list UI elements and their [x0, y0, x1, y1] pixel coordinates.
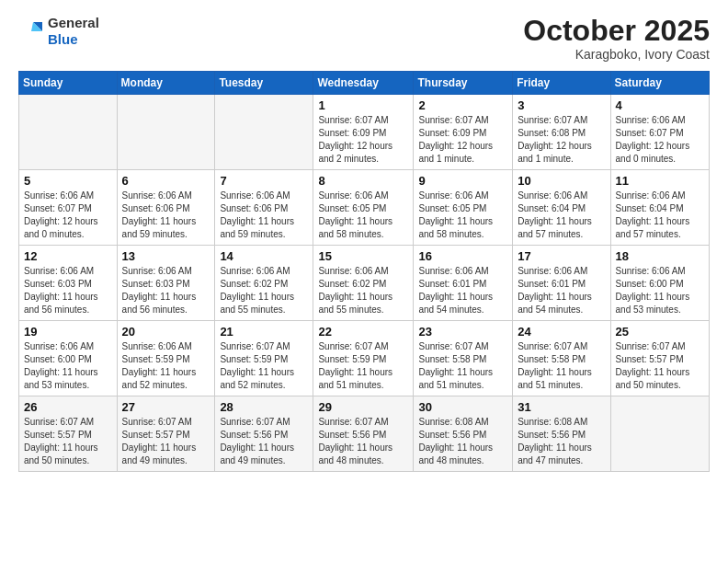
day-number: 7 [220, 174, 308, 188]
day-number: 12 [24, 249, 112, 263]
calendar-cell: 21Sunrise: 6:07 AM Sunset: 5:59 PM Dayli… [215, 321, 313, 396]
calendar-cell: 5Sunrise: 6:06 AM Sunset: 6:07 PM Daylig… [19, 170, 118, 246]
weekday-header-tuesday: Tuesday [215, 72, 313, 95]
day-number: 28 [220, 400, 308, 414]
weekday-header-friday: Friday [513, 72, 610, 95]
calendar-cell: 30Sunrise: 6:08 AM Sunset: 5:56 PM Dayli… [414, 396, 513, 472]
day-info: Sunrise: 6:07 AM Sunset: 5:57 PM Dayligh… [616, 340, 704, 392]
day-number: 11 [616, 174, 704, 188]
calendar-cell: 31Sunrise: 6:08 AM Sunset: 5:56 PM Dayli… [513, 396, 610, 472]
day-info: Sunrise: 6:07 AM Sunset: 5:58 PM Dayligh… [518, 340, 605, 392]
calendar-cell: 12Sunrise: 6:06 AM Sunset: 6:03 PM Dayli… [19, 246, 118, 321]
logo-icon [18, 18, 44, 44]
calendar-cell: 27Sunrise: 6:07 AM Sunset: 5:57 PM Dayli… [117, 396, 215, 472]
calendar-cell: 1Sunrise: 6:07 AM Sunset: 6:09 PM Daylig… [313, 95, 414, 170]
weekday-header-row: SundayMondayTuesdayWednesdayThursdayFrid… [19, 72, 710, 95]
calendar-cell: 6Sunrise: 6:06 AM Sunset: 6:06 PM Daylig… [117, 170, 215, 246]
calendar-cell: 14Sunrise: 6:06 AM Sunset: 6:02 PM Dayli… [215, 246, 313, 321]
week-row-5: 26Sunrise: 6:07 AM Sunset: 5:57 PM Dayli… [19, 396, 710, 472]
day-number: 5 [24, 174, 112, 188]
day-info: Sunrise: 6:07 AM Sunset: 5:59 PM Dayligh… [220, 340, 308, 392]
day-number: 17 [518, 249, 605, 263]
calendar-cell: 17Sunrise: 6:06 AM Sunset: 6:01 PM Dayli… [513, 246, 610, 321]
day-number: 8 [318, 174, 408, 188]
day-info: Sunrise: 6:08 AM Sunset: 5:56 PM Dayligh… [418, 416, 507, 467]
day-number: 13 [122, 249, 210, 263]
calendar-cell: 8Sunrise: 6:06 AM Sunset: 6:05 PM Daylig… [313, 170, 414, 246]
day-info: Sunrise: 6:06 AM Sunset: 6:01 PM Dayligh… [418, 265, 507, 316]
day-number: 18 [616, 249, 704, 263]
week-row-1: 1Sunrise: 6:07 AM Sunset: 6:09 PM Daylig… [19, 95, 710, 170]
day-info: Sunrise: 6:07 AM Sunset: 5:56 PM Dayligh… [220, 416, 308, 467]
calendar-cell: 7Sunrise: 6:06 AM Sunset: 6:06 PM Daylig… [215, 170, 313, 246]
day-number: 10 [518, 174, 605, 188]
calendar-cell: 10Sunrise: 6:06 AM Sunset: 6:04 PM Dayli… [513, 170, 610, 246]
day-number: 20 [122, 325, 210, 339]
day-info: Sunrise: 6:06 AM Sunset: 6:07 PM Dayligh… [24, 190, 112, 241]
calendar-cell: 23Sunrise: 6:07 AM Sunset: 5:58 PM Dayli… [414, 321, 513, 396]
calendar-cell: 20Sunrise: 6:06 AM Sunset: 5:59 PM Dayli… [117, 321, 215, 396]
day-info: Sunrise: 6:07 AM Sunset: 5:56 PM Dayligh… [318, 416, 408, 467]
weekday-header-wednesday: Wednesday [313, 72, 414, 95]
day-number: 3 [518, 98, 605, 112]
day-info: Sunrise: 6:06 AM Sunset: 6:02 PM Dayligh… [318, 265, 408, 316]
day-number: 19 [24, 325, 112, 339]
weekday-header-saturday: Saturday [610, 72, 709, 95]
day-info: Sunrise: 6:06 AM Sunset: 6:01 PM Dayligh… [518, 265, 605, 316]
day-info: Sunrise: 6:08 AM Sunset: 5:56 PM Dayligh… [518, 416, 605, 467]
week-row-3: 12Sunrise: 6:06 AM Sunset: 6:03 PM Dayli… [19, 246, 710, 321]
day-info: Sunrise: 6:06 AM Sunset: 6:06 PM Dayligh… [122, 190, 210, 241]
day-info: Sunrise: 6:07 AM Sunset: 6:09 PM Dayligh… [318, 114, 408, 166]
calendar-cell: 2Sunrise: 6:07 AM Sunset: 6:09 PM Daylig… [414, 95, 513, 170]
calendar-cell: 26Sunrise: 6:07 AM Sunset: 5:57 PM Dayli… [19, 396, 118, 472]
day-info: Sunrise: 6:07 AM Sunset: 5:57 PM Dayligh… [122, 416, 210, 467]
calendar-cell: 11Sunrise: 6:06 AM Sunset: 6:04 PM Dayli… [610, 170, 709, 246]
month-title: October 2025 [523, 15, 710, 47]
day-number: 6 [122, 174, 210, 188]
day-number: 22 [318, 325, 408, 339]
day-number: 14 [220, 249, 308, 263]
day-number: 9 [418, 174, 507, 188]
day-info: Sunrise: 6:06 AM Sunset: 6:03 PM Dayligh… [122, 265, 210, 316]
calendar-cell [215, 95, 313, 170]
day-info: Sunrise: 6:06 AM Sunset: 6:05 PM Dayligh… [318, 190, 408, 241]
day-info: Sunrise: 6:06 AM Sunset: 6:00 PM Dayligh… [24, 340, 112, 392]
calendar-cell: 13Sunrise: 6:06 AM Sunset: 6:03 PM Dayli… [117, 246, 215, 321]
location: Karagboko, Ivory Coast [523, 47, 710, 62]
day-number: 23 [418, 325, 507, 339]
day-info: Sunrise: 6:06 AM Sunset: 6:04 PM Dayligh… [518, 190, 605, 241]
calendar-cell: 19Sunrise: 6:06 AM Sunset: 6:00 PM Dayli… [19, 321, 118, 396]
day-number: 30 [418, 400, 507, 414]
calendar-cell: 24Sunrise: 6:07 AM Sunset: 5:58 PM Dayli… [513, 321, 610, 396]
day-number: 15 [318, 249, 408, 263]
day-number: 4 [616, 98, 704, 112]
calendar-cell [19, 95, 118, 170]
weekday-header-thursday: Thursday [414, 72, 513, 95]
day-number: 26 [24, 400, 112, 414]
day-info: Sunrise: 6:07 AM Sunset: 5:59 PM Dayligh… [318, 340, 408, 392]
calendar-cell: 16Sunrise: 6:06 AM Sunset: 6:01 PM Dayli… [414, 246, 513, 321]
day-info: Sunrise: 6:06 AM Sunset: 6:00 PM Dayligh… [616, 265, 704, 316]
day-number: 29 [318, 400, 408, 414]
calendar-cell [117, 95, 215, 170]
logo-blue: Blue [48, 31, 99, 48]
calendar-cell: 22Sunrise: 6:07 AM Sunset: 5:59 PM Dayli… [313, 321, 414, 396]
week-row-4: 19Sunrise: 6:06 AM Sunset: 6:00 PM Dayli… [19, 321, 710, 396]
week-row-2: 5Sunrise: 6:06 AM Sunset: 6:07 PM Daylig… [19, 170, 710, 246]
logo-text: General Blue [48, 15, 99, 48]
day-info: Sunrise: 6:06 AM Sunset: 5:59 PM Dayligh… [122, 340, 210, 392]
day-info: Sunrise: 6:06 AM Sunset: 6:05 PM Dayligh… [418, 190, 507, 241]
day-number: 1 [318, 98, 408, 112]
calendar-cell: 9Sunrise: 6:06 AM Sunset: 6:05 PM Daylig… [414, 170, 513, 246]
day-number: 27 [122, 400, 210, 414]
calendar-cell: 25Sunrise: 6:07 AM Sunset: 5:57 PM Dayli… [610, 321, 709, 396]
title-block: October 2025 Karagboko, Ivory Coast [523, 15, 710, 62]
day-number: 31 [518, 400, 605, 414]
day-number: 25 [616, 325, 704, 339]
logo: General Blue [18, 15, 99, 48]
day-info: Sunrise: 6:06 AM Sunset: 6:03 PM Dayligh… [24, 265, 112, 316]
day-info: Sunrise: 6:07 AM Sunset: 6:08 PM Dayligh… [518, 114, 605, 166]
day-number: 24 [518, 325, 605, 339]
calendar-cell [610, 396, 709, 472]
calendar-cell: 18Sunrise: 6:06 AM Sunset: 6:00 PM Dayli… [610, 246, 709, 321]
